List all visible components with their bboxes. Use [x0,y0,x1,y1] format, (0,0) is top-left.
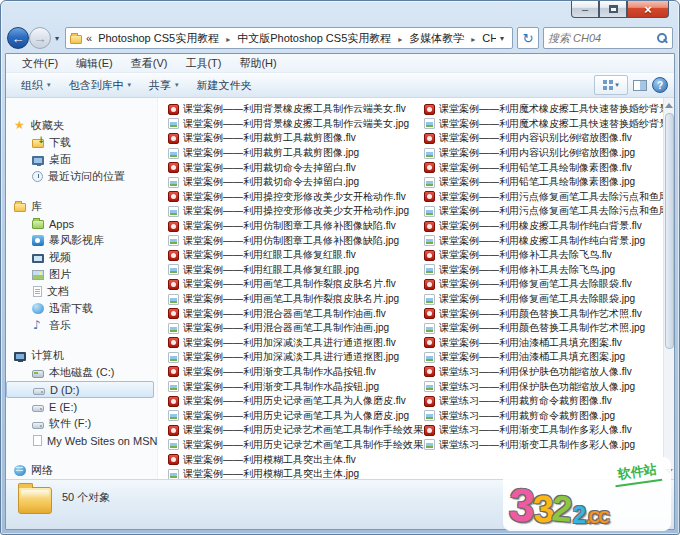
file-row[interactable]: 课堂练习——利用裁剪命令裁剪图像.flv [424,394,663,409]
sidebar-item[interactable]: 视频 [6,249,157,266]
sidebar-item[interactable]: 暴风影视库 [6,232,157,249]
search-box[interactable] [543,27,673,49]
file-row[interactable]: 课堂案例——利用污点修复画笔工具去除污点和鱼尾纹.jpg [424,204,663,219]
sidebar-item[interactable]: E (E:) [6,398,157,415]
refresh-button[interactable]: ↻ [517,27,539,49]
file-row[interactable]: 课堂练习——利用裁剪命令裁剪图像.jpg [424,408,663,423]
help-button[interactable]: ? [652,77,668,93]
file-row[interactable]: 课堂案例——利用魔术橡皮擦工具快速替换婚纱背景.flv [424,102,663,117]
close-button[interactable]: × [627,1,669,18]
toolbar-button[interactable]: 新建文件夹 [188,76,261,95]
file-row[interactable]: 课堂案例——利用橡皮擦工具制作纯白背景.jpg [424,233,663,248]
breadcrumb-segment[interactable]: 多媒体教学 [391,31,464,46]
file-row[interactable]: 课堂案例——利用历史记录画笔工具为人像磨皮.jpg [168,408,424,423]
menu-item[interactable]: 帮助(H) [231,55,284,72]
file-row[interactable]: 课堂案例——利用颜色替换工具制作艺术照.jpg [424,321,663,336]
file-row[interactable]: 课堂案例——利用铅笔工具绘制像素图像.flv [424,160,663,175]
file-row[interactable]: 课堂案例——利用污点修复画笔工具去除污点和鱼尾纹.flv [424,190,663,205]
file-row[interactable]: 课堂案例——利用内容识别比例缩放图像.flv [424,131,663,146]
sidebar-item[interactable]: 桌面 [6,151,157,168]
sidebar-item[interactable]: 本地磁盘 (C:) [6,364,157,381]
menu-item[interactable]: 文件(F) [14,55,66,72]
file-row[interactable]: 课堂案例——利用仿制图章工具修补图像缺陷.jpg [168,233,424,248]
sidebar-item[interactable]: 计算机 [6,347,157,364]
breadcrumb-segment[interactable]: CH04 [464,32,496,44]
file-row[interactable]: 课堂案例——利用背景橡皮擦工具制作云端美女.flv [168,102,424,117]
toolbar-button[interactable]: 组织 [12,76,60,95]
forward-button[interactable]: → [29,27,51,49]
file-row[interactable]: 课堂案例——利用内容识别比例缩放图像.jpg [424,146,663,161]
file-row[interactable]: 课堂案例——利用加深减淡工具进行通道抠图.flv [168,336,424,351]
breadcrumb[interactable]: « Photoshop CS5实用教程中文版Photoshop CS5实用教程多… [65,27,513,49]
file-row[interactable]: 课堂案例——利用油漆桶工具填充图案.flv [424,336,663,351]
file-row[interactable]: 课堂案例——利用红眼工具修复红眼.jpg [168,263,424,278]
sidebar-item[interactable]: 软件 (F:) [6,415,157,432]
file-row[interactable]: 课堂案例——利用混合器画笔工具制作油画.flv [168,306,424,321]
sidebar-item[interactable]: 图片 [6,266,157,283]
file-row[interactable]: 课堂案例——利用渐变工具制作水晶按钮.jpg [168,379,424,394]
file-row[interactable]: 课堂案例——利用修复画笔工具去除眼袋.jpg [424,292,663,307]
file-row[interactable]: 课堂练习——利用保护肤色功能缩放人像.flv [424,365,663,380]
minimize-button[interactable]: – [571,1,599,18]
search-input[interactable] [548,32,656,44]
vertical-scrollbar[interactable] [663,98,674,479]
file-row[interactable]: 课堂案例——利用背景橡皮擦工具制作云端美女.jpg [168,117,424,132]
preview-pane-button[interactable] [628,75,652,95]
file-row[interactable]: 课堂案例——利用裁剪工具裁剪图像.flv [168,131,424,146]
scrollbar-thumb[interactable] [665,113,674,349]
toolbar-button[interactable]: 包含到库中 [60,76,141,95]
sidebar-item[interactable]: My Web Sites on MSN [6,432,157,449]
file-row[interactable]: 课堂案例——利用仿制图章工具修补图像缺陷.flv [168,219,424,234]
maximize-button[interactable] [599,1,627,18]
file-row[interactable]: 课堂案例——利用修补工具去除飞鸟.jpg [424,263,663,278]
toolbar-button[interactable]: 共享 [140,76,188,95]
change-view-button[interactable]: ▾ [594,75,628,95]
breadcrumb-dropdown-icon[interactable]: ▾ [496,34,508,43]
file-row[interactable]: 课堂案例——利用颜色替换工具制作艺术照.flv [424,306,663,321]
file-row[interactable]: 课堂案例——利用历史记录艺术画笔工具制作手绘效果.jpg [168,438,424,453]
sidebar-item[interactable]: 下载 [6,134,157,151]
file-row[interactable]: 课堂案例——利用裁切命令去掉留白.flv [168,160,424,175]
file-row[interactable]: 课堂案例——利用模糊工具突出主体.flv [168,452,424,467]
file-row[interactable]: 课堂案例——利用魔术橡皮擦工具快速替换婚纱背景.jpg [424,117,663,132]
sidebar-item[interactable]: 音乐 [6,317,157,334]
file-row[interactable]: 课堂练习——利用保护肤色功能缩放人像.jpg [424,379,663,394]
menu-item[interactable]: 编辑(E) [68,55,121,72]
file-row[interactable]: 课堂案例——利用画笔工具制作裂痕皮肤名片.flv [168,277,424,292]
file-row[interactable]: 课堂练习——利用渐变工具制作多彩人像.flv [424,423,663,438]
file-row[interactable]: 课堂案例——利用铅笔工具绘制像素图像.jpg [424,175,663,190]
sidebar-item[interactable]: 库 [6,198,157,215]
sidebar-item[interactable]: 收藏夹 [6,117,157,134]
nav-history-dropdown[interactable]: ▾ [55,34,59,43]
file-row[interactable]: 课堂案例——利用操控变形修改美少女开枪动作.jpg [168,204,424,219]
back-button[interactable]: ← [7,27,29,49]
file-row[interactable]: 课堂案例——利用渐变工具制作水晶按钮.flv [168,365,424,380]
file-row[interactable]: 课堂案例——利用油漆桶工具填充图案.jpg [424,350,663,365]
breadcrumb-collapse-chevron[interactable]: « [86,32,92,44]
file-row[interactable]: 课堂案例——利用操控变形修改美少女开枪动作.flv [168,190,424,205]
file-row[interactable]: 课堂案例——利用历史记录画笔工具为人像磨皮.flv [168,394,424,409]
sidebar-item[interactable]: 迅雷下载 [6,300,157,317]
menu-item[interactable]: 工具(T) [177,55,229,72]
sidebar-item[interactable]: 文档 [6,283,157,300]
file-row[interactable]: 课堂案例——利用裁剪工具裁剪图像.jpg [168,146,424,161]
file-row[interactable]: 课堂案例——利用修补工具去除飞鸟.flv [424,248,663,263]
sidebar-item[interactable]: 网络 [6,462,157,479]
scroll-up-icon[interactable] [665,103,673,108]
file-row[interactable]: 课堂案例——利用红眼工具修复红眼.flv [168,248,424,263]
file-row[interactable]: 课堂案例——利用混合器画笔工具制作油画.jpg [168,321,424,336]
file-row[interactable]: 课堂案例——利用裁切命令去掉留白.jpg [168,175,424,190]
breadcrumb-segment[interactable]: 中文版Photoshop CS5实用教程 [219,31,391,46]
menu-item[interactable]: 查看(V) [123,55,176,72]
sidebar-item[interactable]: 最近访问的位置 [6,168,157,185]
file-row[interactable]: 课堂练习——利用渐变工具制作多彩人像.jpg [424,438,663,453]
sidebar-item[interactable]: Apps [6,215,157,232]
file-row[interactable]: 课堂案例——利用修复画笔工具去除眼袋.flv [424,277,663,292]
breadcrumb-segment[interactable]: Photoshop CS5实用教程 [98,31,219,46]
file-row[interactable]: 课堂案例——利用加深减淡工具进行通道抠图.jpg [168,350,424,365]
file-row[interactable]: 课堂案例——利用历史记录艺术画笔工具制作手绘效果.flv [168,423,424,438]
file-row[interactable]: 课堂案例——利用橡皮擦工具制作纯白背景.flv [424,219,663,234]
sidebar-item[interactable]: D (D:) [6,381,154,398]
file-row[interactable]: 课堂案例——利用模糊工具突出主体.jpg [168,467,424,479]
file-row[interactable]: 课堂案例——利用画笔工具制作裂痕皮肤名片.jpg [168,292,424,307]
